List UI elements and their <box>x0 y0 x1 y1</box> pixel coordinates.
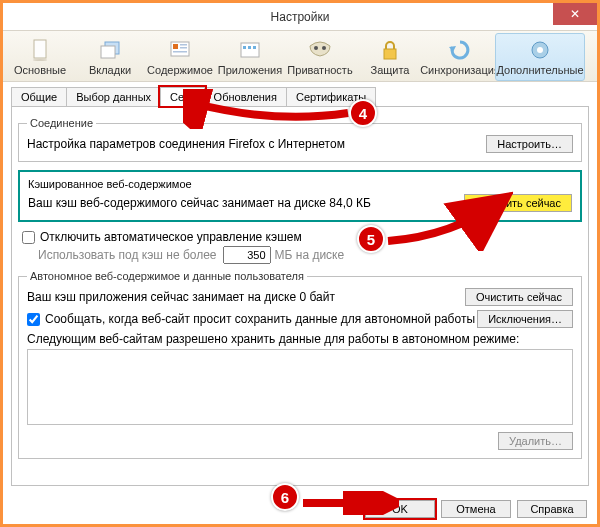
cache-text: Ваш кэш веб-содержимого сейчас занимает … <box>28 196 371 210</box>
svg-rect-15 <box>384 49 396 59</box>
step-marker-5: 5 <box>357 225 385 253</box>
offline-delete-button[interactable]: Удалить… <box>498 432 573 450</box>
tabs-icon <box>98 38 122 62</box>
content-icon <box>168 38 192 62</box>
svg-rect-10 <box>243 46 246 49</box>
step-marker-4: 4 <box>349 99 377 127</box>
sync-icon <box>448 38 472 62</box>
toolbar-label: Содержимое <box>147 64 213 76</box>
cache-title: Кэшированное веб-содержимое <box>28 178 572 190</box>
lock-icon <box>378 38 402 62</box>
arrow-5 <box>383 191 513 251</box>
toolbar-label: Приватность <box>287 64 352 76</box>
toolbar-general[interactable]: Основные <box>5 33 75 81</box>
toolbar-security[interactable]: Защита <box>355 33 425 81</box>
apps-icon <box>238 38 262 62</box>
offline-site-list[interactable] <box>27 349 573 425</box>
offline-exceptions-button[interactable]: Исключения… <box>477 310 573 328</box>
offline-group: Автономное веб-содержимое и данные польз… <box>18 270 582 459</box>
offline-clear-button[interactable]: Очистить сейчас <box>465 288 573 306</box>
connection-settings-button[interactable]: Настроить… <box>486 135 573 153</box>
cancel-button[interactable]: Отмена <box>441 500 511 518</box>
toolbar-apps[interactable]: Приложения <box>215 33 285 81</box>
svg-rect-12 <box>253 46 256 49</box>
mask-icon <box>308 38 332 62</box>
arrow-4 <box>183 89 353 129</box>
svg-marker-16 <box>449 46 456 52</box>
svg-rect-9 <box>241 43 259 57</box>
toolbar-label: Дополнительные <box>496 64 583 76</box>
connection-legend: Соединение <box>27 117 96 129</box>
arrow-6 <box>299 491 399 515</box>
subtab-general[interactable]: Общие <box>11 87 67 106</box>
gear-icon <box>528 38 552 62</box>
help-button[interactable]: Справка <box>517 500 587 518</box>
toolbar-content[interactable]: Содержимое <box>145 33 215 81</box>
subtab-datachoices[interactable]: Выбор данных <box>66 87 161 106</box>
toolbar-label: Основные <box>14 64 66 76</box>
toolbar-tabs[interactable]: Вкладки <box>75 33 145 81</box>
toolbar-privacy[interactable]: Приватность <box>285 33 355 81</box>
svg-rect-8 <box>173 51 187 53</box>
offline-list-label: Следующим веб-сайтам разрешено хранить д… <box>27 332 573 346</box>
close-button[interactable]: ✕ <box>553 3 597 25</box>
toolbar-label: Синхронизация <box>420 64 500 76</box>
toolbar-advanced[interactable]: Дополнительные <box>495 33 585 81</box>
svg-rect-6 <box>180 44 187 46</box>
svg-point-13 <box>314 46 318 50</box>
svg-point-14 <box>322 46 326 50</box>
tab-panel: Соединение Настройка параметров соединен… <box>11 106 589 486</box>
svg-point-1 <box>33 59 47 61</box>
toolbar-label: Приложения <box>218 64 282 76</box>
close-icon: ✕ <box>570 7 580 21</box>
svg-point-18 <box>537 47 543 53</box>
offline-text: Ваш кэш приложения сейчас занимает на ди… <box>27 290 335 304</box>
connection-text: Настройка параметров соединения Firefox … <box>27 137 345 151</box>
offline-notify-label: Сообщать, когда веб-сайт просит сохранит… <box>45 312 475 326</box>
cache-limit-prefix: Использовать под кэш не более <box>38 248 217 262</box>
window-title: Настройки <box>271 10 330 24</box>
svg-rect-7 <box>180 47 187 49</box>
cache-limit-suffix: МБ на диске <box>275 248 345 262</box>
cache-auto-checkbox[interactable] <box>22 231 35 244</box>
toolbar-sync[interactable]: Синхронизация <box>425 33 495 81</box>
svg-rect-0 <box>34 40 46 58</box>
offline-legend: Автономное веб-содержимое и данные польз… <box>27 270 307 282</box>
title-bar: Настройки ✕ <box>3 3 597 31</box>
general-icon <box>28 38 52 62</box>
cache-limit-input[interactable] <box>223 246 271 264</box>
svg-rect-3 <box>101 46 115 58</box>
cache-auto-label: Отключить автоматическое управление кэше… <box>40 230 302 244</box>
toolbar-label: Вкладки <box>89 64 131 76</box>
step-marker-6: 6 <box>271 483 299 511</box>
offline-notify-checkbox[interactable] <box>27 313 40 326</box>
svg-rect-11 <box>248 46 251 49</box>
toolbar-label: Защита <box>371 64 410 76</box>
category-toolbar: Основные Вкладки Содержимое Приложения П… <box>3 31 597 82</box>
svg-rect-5 <box>173 44 178 49</box>
